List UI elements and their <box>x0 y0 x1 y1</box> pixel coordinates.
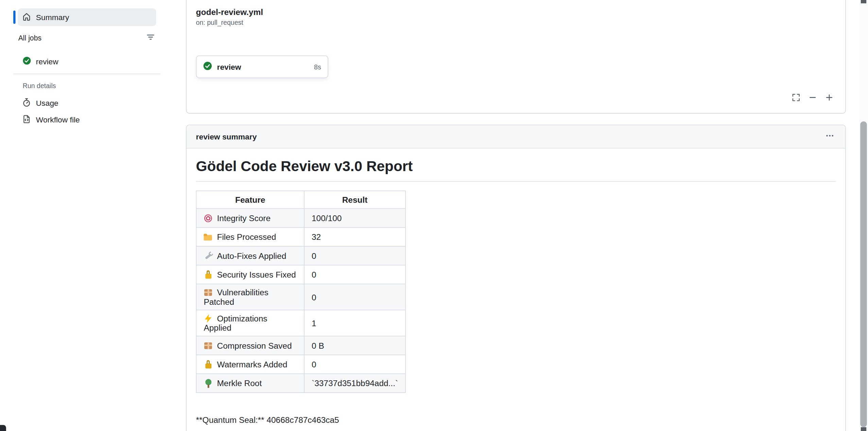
table-row: Integrity Score 100/100 <box>196 209 405 227</box>
lockpen-icon <box>204 360 212 369</box>
report-table-body: Integrity Score 100/100 Files Processed … <box>196 209 405 393</box>
feature-cell: Security Issues Fixed <box>196 265 304 284</box>
sidebar-item-usage[interactable]: Usage <box>13 95 160 111</box>
sidebar: Summary All jobs review <box>13 0 160 128</box>
table-row: Vulnerabilities Patched 0 <box>196 284 405 310</box>
workflow-file-name: godel-review.yml <box>196 7 263 17</box>
summary-header: review summary <box>187 125 845 148</box>
feature-cell: Vulnerabilities Patched <box>196 284 304 310</box>
result-cell: 0 <box>304 246 405 265</box>
sidebar-divider <box>13 74 160 74</box>
zoom-out-button[interactable] <box>805 91 820 105</box>
package-icon <box>204 288 212 297</box>
sidebar-item-label: Usage <box>36 99 58 107</box>
feature-cell: Files Processed <box>196 228 304 246</box>
column-header-result: Result <box>304 191 405 209</box>
vertical-scrollbar[interactable] <box>859 0 868 431</box>
feature-cell: Optimizations Applied <box>196 310 304 336</box>
result-cell: 0 <box>304 355 405 374</box>
graph-zoom-controls <box>789 91 836 105</box>
report-title: Gödel Code Review v3.0 Report <box>196 158 836 182</box>
zoom-in-button[interactable] <box>822 91 836 105</box>
sidebar-summary-row: Summary <box>13 8 160 26</box>
feature-cell: Integrity Score <box>196 209 304 227</box>
lock-icon <box>204 270 212 279</box>
table-header-row: Feature Result <box>196 191 405 209</box>
package-icon <box>204 341 212 350</box>
all-jobs-label: All jobs <box>18 34 41 42</box>
graph-job-label: review <box>217 62 241 71</box>
workflow-trigger: on: pull_request <box>196 19 263 27</box>
scrollbar-thumb[interactable] <box>860 121 867 427</box>
column-header-feature: Feature <box>196 191 304 209</box>
result-cell: 1 <box>304 310 405 336</box>
report-table: Feature Result Integrity Score 100/100 <box>196 190 406 393</box>
feature-cell: Auto-Fixes Applied <box>196 246 304 265</box>
sidebar-item-workflow-file[interactable]: Workflow file <box>13 112 160 128</box>
table-row: Auto-Fixes Applied 0 <box>196 246 405 265</box>
result-cell: 100/100 <box>304 209 405 227</box>
quantum-seal-text: **Quantum Seal:** 40668c787c463ca5 <box>196 415 836 425</box>
filter-icon <box>146 32 155 43</box>
run-details-label: Run details <box>13 82 160 90</box>
fullscreen-icon <box>792 93 800 103</box>
markdown-body: Gödel Code Review v3.0 Report Feature Re… <box>187 149 845 431</box>
table-row: Watermarks Added 0 <box>196 355 405 374</box>
github-actions-run-page: Summary All jobs review <box>0 0 868 431</box>
check-circle-icon <box>23 56 31 66</box>
table-row: Optimizations Applied 1 <box>196 310 405 336</box>
file-code-icon <box>22 114 31 125</box>
fullscreen-button[interactable] <box>789 91 803 105</box>
wrench-icon <box>204 251 212 260</box>
selected-accent-bar <box>13 11 16 24</box>
result-cell: 32 <box>304 228 405 246</box>
scrollbar-bottom-cap <box>861 427 866 431</box>
sidebar-item-label: Workflow file <box>36 115 80 124</box>
job-summary-panel: review summary Gödel Code Review v3.0 Re… <box>186 125 846 431</box>
folder-icon <box>204 233 212 242</box>
check-circle-icon <box>203 62 212 72</box>
sidebar-item-label: Summary <box>36 13 69 21</box>
graph-job-review[interactable]: review 8s <box>196 55 328 78</box>
filter-jobs-button[interactable] <box>143 30 158 46</box>
graph-job-duration: 8s <box>314 63 321 71</box>
summary-title: review summary <box>196 132 257 141</box>
sidebar-job-review[interactable]: review <box>13 54 160 69</box>
result-cell: 0 <box>304 265 405 284</box>
target-icon <box>204 214 212 223</box>
tree-icon <box>204 379 212 388</box>
result-cell: 0 B <box>304 336 405 355</box>
status-bubble-fragment <box>0 425 6 431</box>
feature-cell: Compression Saved <box>196 336 304 355</box>
stopwatch-icon <box>22 98 31 108</box>
feature-cell: Merkle Root <box>196 374 304 393</box>
summary-menu-button[interactable] <box>822 129 838 145</box>
table-row: Files Processed 32 <box>196 228 405 246</box>
scrollbar-top-cap <box>861 0 866 3</box>
all-jobs-row: All jobs <box>13 29 160 46</box>
table-row: Security Issues Fixed 0 <box>196 265 405 284</box>
workflow-meta: godel-review.yml on: pull_request <box>196 7 263 27</box>
result-cell: 0 <box>304 284 405 310</box>
sidebar-item-summary[interactable]: Summary <box>18 8 156 26</box>
feature-cell: Watermarks Added <box>196 355 304 374</box>
plus-icon <box>825 93 834 103</box>
workflow-graph-panel: godel-review.yml on: pull_request review… <box>186 0 846 114</box>
result-cell: `33737d351bb94add...` <box>304 374 405 393</box>
table-row: Compression Saved 0 B <box>196 336 405 355</box>
job-label: review <box>36 57 58 66</box>
home-icon <box>22 12 31 22</box>
kebab-icon <box>826 131 834 142</box>
minus-icon <box>808 93 817 103</box>
zap-icon <box>204 314 212 323</box>
table-row: Merkle Root `33737d351bb94add...` <box>196 374 405 393</box>
